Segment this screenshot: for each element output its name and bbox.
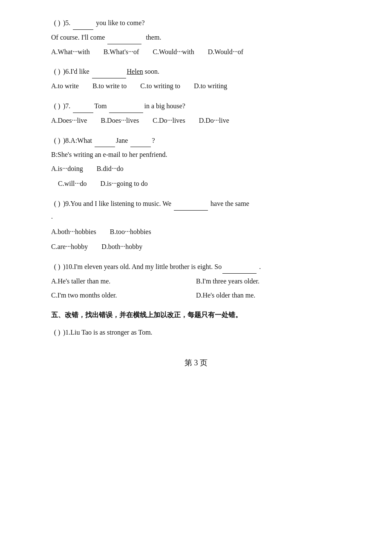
q7-options: A.Does···live B.Does···lives C.Do···live… — [51, 115, 341, 127]
q8-stem: )8.A:What Jane ? — [63, 135, 155, 147]
question-9: ( ) )9.You and I like listening to music… — [51, 198, 341, 253]
q5-stem-part: you like to come? — [96, 17, 144, 29]
q7-option-a: A.Does···live — [51, 115, 87, 127]
q5-option-c: C.Would···with — [153, 46, 194, 58]
q8-option-b: B.did···do — [97, 163, 124, 175]
q5-line2: Of course. I'll come them. — [51, 32, 161, 44]
q9-option-a: A.both···hobbies — [51, 226, 96, 238]
q10-bracket: ( ) — [51, 261, 63, 273]
q6-option-d: D.to writing — [194, 80, 227, 92]
q7-bracket: ( ) — [51, 100, 63, 113]
q8-option-c: C.will···do — [58, 178, 87, 190]
q9-options-row2: C.are···hobby D.both···hobby — [51, 241, 341, 253]
q6-bracket: ( ) — [51, 66, 63, 78]
q9-options-row1: A.both···hobbies B.too···hobbies — [51, 226, 341, 238]
q10-option-b: B.I'm three years older. — [196, 275, 327, 288]
q10-stem: )10.I'm eleven years old. And my little … — [63, 261, 261, 274]
q5-bracket: ( ) — [51, 17, 63, 29]
q8-bracket: ( ) — [51, 135, 63, 147]
q9-continuation: . — [51, 211, 341, 223]
q9-option-b: B.too···hobbies — [110, 226, 151, 238]
q5-number: )5. — [63, 17, 72, 29]
q10-options: A.He's taller than me. B.I'm three years… — [51, 275, 341, 302]
s5-q1-text: )1.Liu Tao is as stronger as Tom. — [63, 327, 153, 339]
q5-blank1 — [72, 17, 96, 30]
q8-line2: B:She's writing an e-mail to her penfrie… — [51, 149, 167, 161]
s5-q1-bracket: ( ) — [51, 327, 63, 339]
question-10: ( ) )10.I'm eleven years old. And my lit… — [51, 261, 341, 301]
q8-option-d: D.is···going to do — [101, 178, 148, 190]
section5-q1: ( ) )1.Liu Tao is as stronger as Tom. — [51, 327, 341, 339]
q6-option-b: B.to write to — [92, 80, 127, 92]
section-5-title: 五、改错，找出错误，并在横线上加以改正，每题只有一处错。 — [51, 309, 341, 321]
q5-option-a: A.What···with — [51, 46, 90, 58]
question-8: ( ) )8.A:What Jane ? B:She's writing an … — [51, 135, 341, 190]
q9-option-c: C.are···hobby — [51, 241, 88, 253]
q7-option-b: B.Does···lives — [101, 115, 139, 127]
q6-number: )6.I'd like Helen soon. — [63, 66, 159, 78]
q7-stem: )7. Tom in a big house? — [63, 100, 185, 113]
q5-option-d: D.Would···of — [208, 46, 243, 58]
q8-options-2: C.will···do D.is···going to do — [51, 178, 341, 190]
q6-options: A.to write B.to write to C.to writing to… — [51, 80, 341, 92]
q9-option-d: D.both···hobby — [101, 241, 142, 253]
q8-option-a: A.is···doing — [51, 163, 83, 175]
q7-option-d: D.Do···live — [199, 115, 229, 127]
q10-option-d: D.He's older than me. — [196, 289, 327, 302]
page-number: 第 3 页 — [184, 358, 208, 367]
q10-option-c: C.I'm two months older. — [51, 289, 182, 302]
question-6: ( ) )6.I'd like Helen soon. A.to write B… — [51, 66, 341, 92]
q5-options: A.What···with B.What's···of C.Would···wi… — [51, 46, 341, 58]
q9-stem: )9.You and I like listening to music. We… — [63, 198, 249, 211]
q6-option-a: A.to write — [51, 80, 79, 92]
q9-bracket: ( ) — [51, 198, 63, 210]
q6-option-c: C.to writing to — [140, 80, 180, 92]
page-footer: 第 3 页 — [51, 356, 341, 370]
question-7: ( ) )7. Tom in a big house? A.Does···liv… — [51, 100, 341, 127]
q5-option-b: B.What's···of — [104, 46, 139, 58]
question-5: ( ) )5. you like to come? Of course. I'l… — [51, 17, 341, 58]
q7-option-c: C.Do···lives — [153, 115, 185, 127]
q10-option-a: A.He's taller than me. — [51, 275, 182, 288]
q8-options: A.is···doing B.did···do — [51, 163, 341, 175]
